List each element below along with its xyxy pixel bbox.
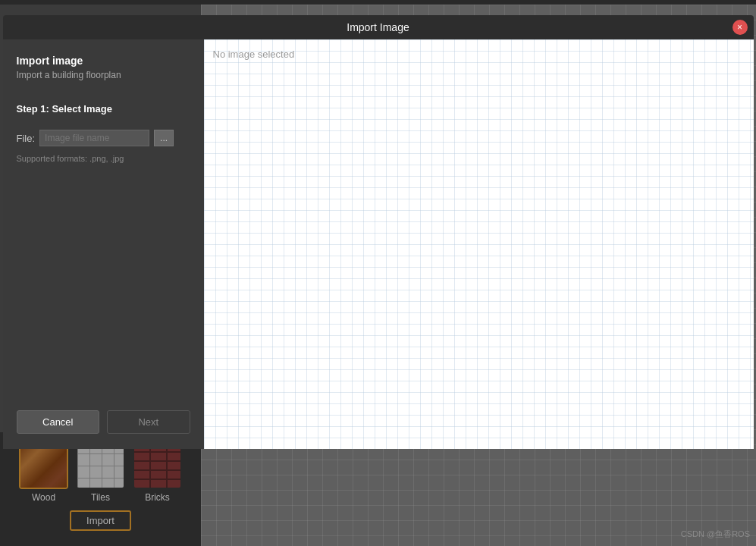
cancel-button[interactable]: Cancel: [17, 410, 100, 434]
file-input[interactable]: [39, 130, 149, 146]
import-subtitle: Import a building floorplan: [17, 70, 190, 80]
import-dialog: Import Image × Import image Import a bui…: [3, 15, 754, 449]
import-title: Import image: [17, 55, 190, 67]
dialog-titlebar: Import Image ×: [3, 15, 754, 39]
file-label: File:: [17, 133, 36, 144]
dialog-overlay: Import Image × Import image Import a bui…: [0, 0, 756, 546]
dialog-left-panel: Import image Import a building floorplan…: [3, 39, 204, 449]
dialog-body: Import image Import a building floorplan…: [3, 39, 754, 449]
dialog-preview-panel: No image selected: [204, 39, 754, 449]
step-label: Step 1: Select Image: [17, 103, 190, 115]
next-button[interactable]: Next: [107, 410, 190, 434]
supported-formats: Supported formats: .png, .jpg: [17, 154, 190, 163]
close-button[interactable]: ×: [732, 20, 748, 35]
preview-grid: [204, 39, 754, 449]
dialog-buttons: Cancel Next: [17, 410, 190, 434]
dialog-title: Import Image: [347, 21, 409, 33]
no-image-text: No image selected: [213, 49, 295, 60]
file-row: File: ...: [17, 130, 190, 146]
file-browse-button[interactable]: ...: [154, 130, 174, 146]
